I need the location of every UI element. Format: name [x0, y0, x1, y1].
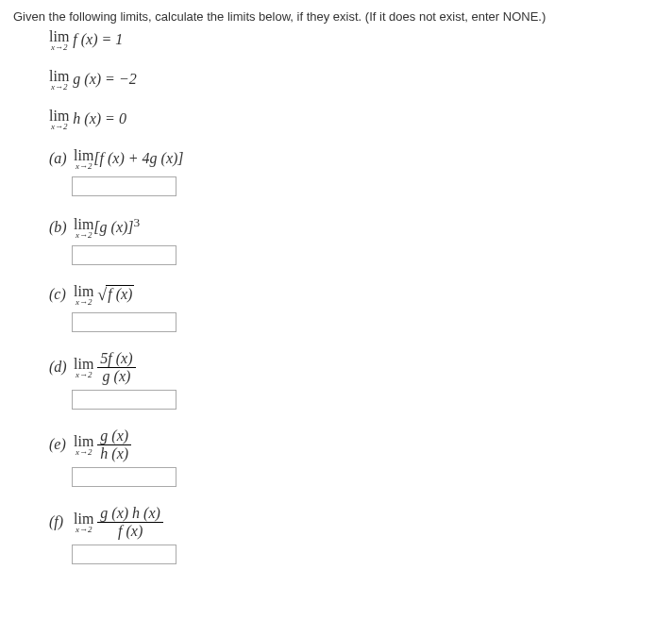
- problem-d-num: 5f (x): [97, 351, 135, 368]
- fraction: g (x) h (x): [97, 428, 131, 461]
- problem-c-label: (c): [49, 286, 70, 303]
- problem-d: (d) lim x→2 5f (x) g (x): [49, 351, 659, 384]
- problem-e-num: g (x): [97, 428, 131, 445]
- fraction: g (x) h (x) f (x): [97, 506, 163, 539]
- problem-b-label: (b): [49, 219, 70, 236]
- lim-symbol: lim x→2: [49, 69, 69, 92]
- lim-symbol: lim x→2: [74, 434, 93, 457]
- answer-input-f[interactable]: [72, 545, 176, 564]
- fraction: 5f (x) g (x): [97, 351, 135, 384]
- answer-input-d[interactable]: [72, 390, 176, 410]
- lim-symbol: lim x→2: [74, 284, 93, 307]
- lim-symbol: lim x→2: [49, 109, 69, 131]
- given-f-expr: f (x) = 1: [73, 31, 123, 47]
- given-h-expr: h (x) = 0: [73, 110, 126, 126]
- answer-input-b[interactable]: [72, 245, 176, 265]
- lim-symbol: lim x→2: [74, 148, 93, 171]
- problem-e-den: h (x): [97, 445, 131, 461]
- problem-c: (c) lim x→2 √f (x): [49, 284, 659, 307]
- problem-f-den: f (x): [97, 523, 163, 539]
- problem-c-radicand: f (x): [106, 285, 134, 302]
- problem-a: (a) lim x→2 [f (x) + 4g (x)]: [49, 148, 659, 171]
- lim-symbol: lim x→2: [74, 357, 93, 379]
- problem-d-den: g (x): [97, 368, 135, 384]
- given-g-expr: g (x) = −2: [73, 71, 136, 87]
- problem-a-label: (a): [49, 150, 70, 167]
- given-limit-f: lim x→2 f (x) = 1: [49, 29, 659, 52]
- sqrt-icon: √f (x): [97, 285, 134, 305]
- problem-e: (e) lim x→2 g (x) h (x): [49, 428, 659, 461]
- problem-a-expr: [f (x) + 4g (x)]: [93, 150, 183, 166]
- problem-b: (b) lim x→2 [g (x)]3: [49, 215, 659, 240]
- problem-b-exponent: 3: [134, 215, 141, 229]
- instructions-text: Given the following limits, calculate th…: [13, 9, 659, 24]
- given-limit-g: lim x→2 g (x) = −2: [49, 69, 659, 92]
- given-limit-h: lim x→2 h (x) = 0: [49, 109, 659, 131]
- problem-f: (f) lim x→2 g (x) h (x) f (x): [49, 506, 659, 539]
- problem-d-label: (d): [49, 359, 70, 376]
- problem-f-num: g (x) h (x): [97, 506, 163, 523]
- problem-f-label: (f): [49, 513, 70, 530]
- lim-symbol: lim x→2: [74, 217, 93, 240]
- problem-b-expr: [g (x)]: [93, 219, 133, 235]
- problem-e-label: (e): [49, 436, 70, 453]
- answer-input-c[interactable]: [72, 312, 176, 332]
- lim-symbol: lim x→2: [74, 511, 93, 534]
- answer-input-e[interactable]: [72, 467, 176, 487]
- lim-symbol: lim x→2: [49, 29, 69, 52]
- answer-input-a[interactable]: [72, 176, 176, 196]
